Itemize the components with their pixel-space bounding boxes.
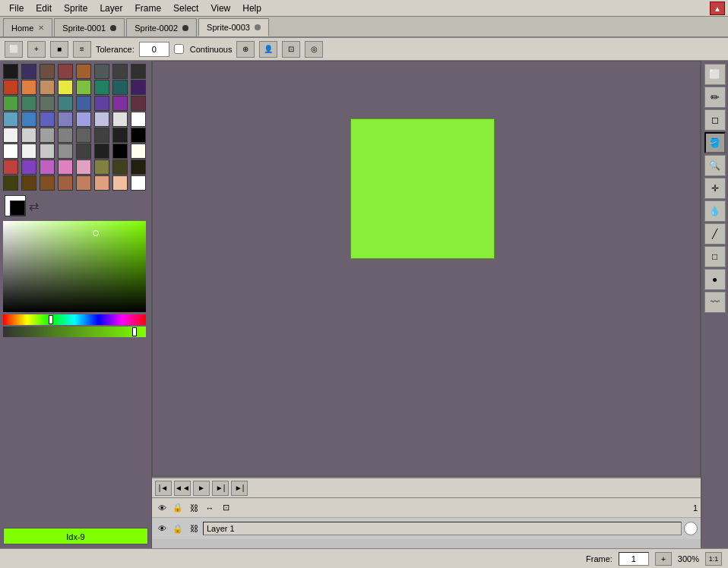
color-cell-44[interactable] [76, 144, 91, 159]
color-cell-0[interactable] [3, 64, 18, 79]
color-cell-52[interactable] [76, 159, 91, 175]
menu-layer[interactable]: Layer [93, 2, 128, 15]
toolbar-add-btn[interactable]: + [27, 41, 46, 58]
marquee-tool-btn[interactable]: ⬜ [704, 64, 726, 85]
tab-sprite-0003[interactable]: Sprite-0003 [198, 18, 269, 36]
color-cell-4[interactable] [76, 64, 91, 79]
layer-row-link[interactable]: ⛓ [187, 522, 201, 535]
color-cell-22[interactable] [112, 96, 128, 111]
tl-next-btn[interactable]: ►| [212, 481, 229, 496]
sprite-canvas[interactable] [152, 61, 701, 477]
toolbar-menu-btn[interactable]: ≡ [73, 41, 91, 58]
blob-tool-btn[interactable]: ● [704, 269, 726, 290]
window-close-button[interactable]: ▲ [710, 2, 725, 15]
menu-sprite[interactable]: Sprite [58, 2, 93, 15]
tl-first-btn[interactable]: |◄ [155, 481, 172, 496]
color-cell-12[interactable] [76, 80, 91, 95]
layer-row-visibility[interactable]: 👁 [155, 522, 169, 535]
color-cell-57[interactable] [21, 175, 36, 191]
menu-file[interactable]: File [3, 2, 30, 15]
menu-select[interactable]: Select [167, 2, 204, 15]
layer-lock-icon[interactable]: 🔒 [171, 501, 185, 515]
color-cell-48[interactable] [3, 159, 18, 175]
toolbar-stop-btn[interactable]: ■ [50, 41, 68, 58]
toolbar-icon-btn1[interactable]: ⊕ [236, 41, 255, 58]
color-cell-54[interactable] [112, 159, 128, 175]
zoom-tool-btn[interactable]: 🔍 [704, 155, 726, 176]
color-cell-40[interactable] [3, 144, 18, 159]
color-cell-6[interactable] [112, 64, 128, 79]
layer-collapse-icon[interactable]: ⊡ [219, 501, 233, 515]
layer-row-lock[interactable]: 🔒 [171, 522, 185, 535]
tolerance-input[interactable] [139, 42, 169, 57]
color-cell-29[interactable] [94, 112, 109, 127]
color-cell-63[interactable] [131, 175, 146, 191]
color-cell-5[interactable] [94, 64, 109, 79]
color-cell-61[interactable] [94, 175, 109, 191]
color-cell-53[interactable] [94, 159, 109, 175]
color-cell-15[interactable] [131, 80, 146, 95]
color-cell-32[interactable] [3, 128, 18, 143]
color-cell-59[interactable] [58, 175, 73, 191]
color-cell-26[interactable] [40, 112, 55, 127]
toolbar-icon-btn4[interactable]: ◎ [305, 41, 323, 58]
color-cell-21[interactable] [94, 96, 109, 111]
color-cell-9[interactable] [21, 80, 36, 95]
color-cell-11[interactable] [58, 80, 73, 95]
frame-increment-btn[interactable]: + [655, 552, 672, 566]
tl-last-btn[interactable]: ►| [231, 481, 248, 496]
color-cell-7[interactable] [131, 64, 146, 79]
color-cell-3[interactable] [58, 64, 73, 79]
dropper-tool-btn[interactable]: 💧 [704, 200, 726, 222]
color-cell-25[interactable] [21, 112, 36, 127]
fill-tool-btn[interactable]: 🪣 [704, 132, 726, 153]
color-cell-36[interactable] [76, 128, 91, 143]
color-cell-31[interactable] [131, 112, 146, 127]
layer-link-icon[interactable]: ⛓ [187, 501, 201, 515]
line-tool-btn[interactable]: ╱ [704, 223, 726, 245]
color-cell-19[interactable] [58, 96, 73, 111]
smudge-tool-btn[interactable]: 〰 [704, 292, 726, 313]
tab-home[interactable]: Home ✕ [3, 18, 52, 36]
color-cell-27[interactable] [58, 112, 73, 127]
color-cell-1[interactable] [21, 64, 36, 79]
color-cell-43[interactable] [58, 144, 73, 159]
color-cell-41[interactable] [21, 144, 36, 159]
toolbar-icon-btn3[interactable]: ⊡ [282, 41, 300, 58]
frame-value-input[interactable] [619, 552, 649, 566]
color-cell-37[interactable] [94, 128, 109, 143]
color-cell-39[interactable] [131, 128, 146, 143]
color-gradient[interactable] [3, 221, 146, 312]
color-cell-23[interactable] [131, 96, 146, 111]
color-cell-33[interactable] [21, 128, 36, 143]
primary-color-label[interactable]: Idx-9 [3, 528, 148, 544]
color-cell-56[interactable] [3, 175, 18, 191]
color-cell-10[interactable] [40, 80, 55, 95]
menu-help[interactable]: Help [236, 2, 267, 15]
move-tool-btn[interactable]: ✛ [704, 178, 726, 199]
rect-tool-btn[interactable]: □ [704, 246, 726, 267]
color-cell-47[interactable] [131, 144, 146, 159]
color-cell-14[interactable] [112, 80, 128, 95]
tab-sprite-0002[interactable]: Sprite-0002 [126, 18, 197, 36]
layer-name-field[interactable]: Layer 1 [203, 522, 682, 535]
color-cell-35[interactable] [58, 128, 73, 143]
tl-prev-btn[interactable]: ◄◄ [174, 481, 191, 496]
color-cell-58[interactable] [40, 175, 55, 191]
color-cell-17[interactable] [21, 96, 36, 111]
color-cell-55[interactable] [131, 159, 146, 175]
menu-frame[interactable]: Frame [128, 2, 167, 15]
color-cell-18[interactable] [40, 96, 55, 111]
color-cell-38[interactable] [112, 128, 128, 143]
color-cell-16[interactable] [3, 96, 18, 111]
color-cell-46[interactable] [112, 144, 128, 159]
continuous-checkbox[interactable] [174, 44, 184, 54]
color-cell-49[interactable] [21, 159, 36, 175]
layer-visibility-icon[interactable]: 👁 [155, 501, 169, 515]
alpha-bar[interactable] [3, 327, 146, 337]
menu-edit[interactable]: Edit [30, 2, 58, 15]
layer-continuous-icon[interactable]: ↔ [203, 501, 217, 515]
color-cell-34[interactable] [40, 128, 55, 143]
menu-view[interactable]: View [204, 2, 236, 15]
color-cell-60[interactable] [76, 175, 91, 191]
